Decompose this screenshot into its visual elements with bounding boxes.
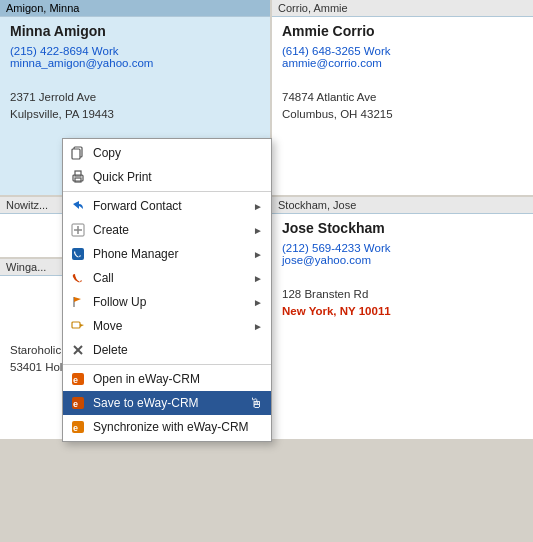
menu-move[interactable]: Move ► [63, 314, 271, 338]
svg-rect-10 [72, 322, 80, 328]
move-arrow: ► [253, 321, 263, 332]
svg-rect-1 [72, 149, 80, 159]
menu-forwardcontact[interactable]: Forward Contact ► [63, 194, 271, 218]
divider-2 [63, 364, 271, 365]
menu-call[interactable]: Call ► [63, 266, 271, 290]
corrio-address2: Columbus, OH 43215 [282, 106, 523, 123]
menu-copy[interactable]: Copy [63, 141, 271, 165]
flag-icon [69, 293, 87, 311]
context-menu: Copy Quick Print Forward Contact ► Creat… [62, 138, 272, 442]
corrio-email: ammie@corrio.com [282, 57, 523, 69]
menu-copy-label: Copy [93, 146, 263, 160]
card-amigon-header: Amigon, Minna [0, 0, 270, 17]
forward-icon [69, 197, 87, 215]
eway-save-icon: e [69, 394, 87, 412]
create-arrow: ► [253, 225, 263, 236]
menu-synceway-label: Synchronize with eWay-CRM [93, 420, 263, 434]
delete-icon [69, 341, 87, 359]
move-icon [69, 317, 87, 335]
menu-create[interactable]: Create ► [63, 218, 271, 242]
menu-phonemanager[interactable]: Phone Manager ► [63, 242, 271, 266]
corrio-name: Ammie Corrio [282, 23, 523, 39]
phonemanager-arrow: ► [253, 249, 263, 260]
stockham-address2: New York, NY 10011 [282, 303, 523, 320]
menu-openeway[interactable]: e Open in eWay-CRM [63, 367, 271, 391]
amigon-name: Minna Amigon [10, 23, 260, 39]
print-icon [69, 168, 87, 186]
mouse-cursor: 🖱 [249, 395, 263, 411]
stockham-name: Jose Stockham [282, 220, 523, 236]
divider-1 [63, 191, 271, 192]
menu-openeway-label: Open in eWay-CRM [93, 372, 263, 386]
stockham-address1: 128 Bransten Rd [282, 286, 523, 303]
menu-saveeway[interactable]: e Save to eWay-CRM 🖱 [63, 391, 271, 415]
svg-text:e: e [73, 423, 78, 433]
menu-synceway[interactable]: e Synchronize with eWay-CRM [63, 415, 271, 439]
svg-text:e: e [73, 399, 78, 409]
menu-saveeway-label: Save to eWay-CRM [93, 396, 245, 410]
menu-move-label: Move [93, 319, 249, 333]
corrio-address1: 74874 Atlantic Ave [282, 89, 523, 106]
menu-forwardcontact-label: Forward Contact [93, 199, 249, 213]
svg-text:e: e [73, 375, 78, 385]
stockham-email: jose@yahoo.com [282, 254, 523, 266]
phone-icon [69, 245, 87, 263]
call-arrow: ► [253, 273, 263, 284]
menu-delete[interactable]: Delete [63, 338, 271, 362]
amigon-address1: 2371 Jerrold Ave [10, 89, 260, 106]
followup-arrow: ► [253, 297, 263, 308]
menu-quickprint-label: Quick Print [93, 170, 263, 184]
menu-delete-label: Delete [93, 343, 263, 357]
menu-call-label: Call [93, 271, 249, 285]
menu-followup[interactable]: Follow Up ► [63, 290, 271, 314]
copy-icon [69, 144, 87, 162]
amigon-address2: Kulpsville, PA 19443 [10, 106, 260, 123]
forward-arrow: ► [253, 201, 263, 212]
menu-phonemanager-label: Phone Manager [93, 247, 249, 261]
svg-rect-8 [72, 248, 84, 260]
call-icon [69, 269, 87, 287]
card-stockham-header: Stockham, Jose [272, 197, 533, 214]
stockham-phone: (212) 569-4233 Work [282, 242, 523, 254]
card-stockham[interactable]: Stockham, Jose Jose Stockham (212) 569-4… [272, 197, 533, 439]
eway-sync-icon: e [69, 418, 87, 436]
menu-quickprint[interactable]: Quick Print [63, 165, 271, 189]
menu-followup-label: Follow Up [93, 295, 249, 309]
eway-open-icon: e [69, 370, 87, 388]
menu-create-label: Create [93, 223, 249, 237]
card-corrio[interactable]: Corrio, Ammie Ammie Corrio (614) 648-326… [272, 0, 533, 195]
amigon-email: minna_amigon@yahoo.com [10, 57, 260, 69]
create-icon [69, 221, 87, 239]
main-layout: Amigon, Minna Minna Amigon (215) 422-869… [0, 0, 533, 542]
corrio-phone: (614) 648-3265 Work [282, 45, 523, 57]
card-corrio-header: Corrio, Ammie [272, 0, 533, 17]
amigon-phone: (215) 422-8694 Work [10, 45, 260, 57]
